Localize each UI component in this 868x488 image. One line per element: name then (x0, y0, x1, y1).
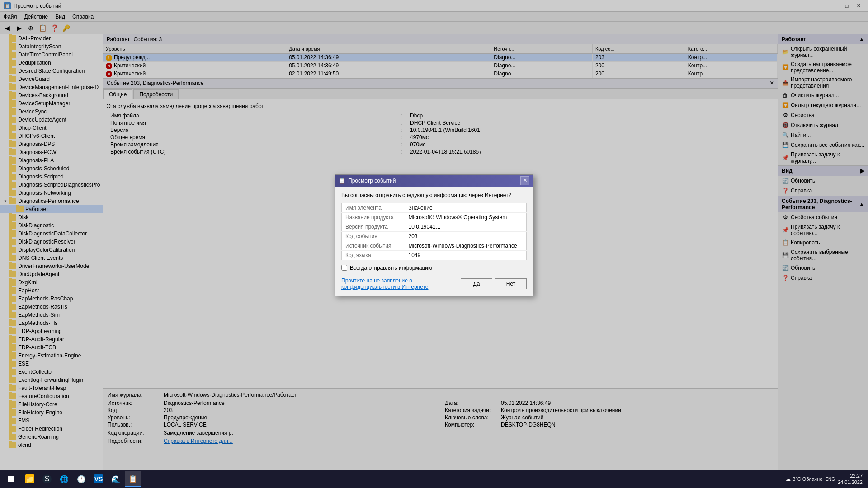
dialog-title-bar: 📋 Просмотр событий ✕ (335, 175, 533, 187)
taskbar-steam[interactable]: S (39, 471, 55, 487)
dialog: 📋 Просмотр событий ✕ Вы согласны отправи… (335, 174, 533, 296)
taskbar-file-explorer[interactable]: 📁 (22, 471, 38, 487)
dialog-product-ver-label: Версия продукта (342, 222, 405, 231)
vscode-icon: VS (94, 474, 103, 483)
taskbar-event-viewer[interactable]: 📋 (125, 471, 141, 487)
dialog-event-source-value: Microsoft-Windows-Diagnostics-Performanc… (405, 241, 527, 250)
dialog-event-code-value: 203 (405, 231, 527, 241)
dialog-event-code-label: Код события (342, 231, 405, 241)
lang-indicator[interactable]: ENG (825, 477, 835, 482)
dialog-product-name-value: Microsoft® Windows® Operating System (405, 212, 527, 222)
dialog-buttons: Прочтите наше заявление о конфиденциальн… (341, 276, 527, 290)
dialog-lang-code-label: Код языка (342, 250, 405, 260)
dialog-no-button[interactable]: Нет (495, 278, 527, 289)
always-send-checkbox[interactable] (341, 265, 347, 271)
always-send-label: Всегда отправлять информацию (350, 265, 432, 271)
dialog-info-table: Имя элемента Значение Название продукта … (341, 203, 527, 260)
dialog-product-name-label: Название продукта (342, 212, 405, 222)
dialog-btn-group: Да Нет (461, 278, 527, 289)
taskbar-vscode[interactable]: VS (90, 471, 107, 487)
taskbar-apps: 📁 S 🌐 🕐 VS 🌊 📋 (22, 471, 141, 487)
clock-display: 22:27 (838, 473, 863, 479)
steam-icon: S (42, 474, 52, 483)
dialog-question: Вы согласны отправить следующую информац… (341, 192, 527, 198)
dialog-checkbox-row: Всегда отправлять информацию (341, 265, 527, 271)
dialog-title-text: 📋 Просмотр событий (339, 178, 396, 184)
dialog-event-source-label: Источник события (342, 241, 405, 250)
file-explorer-icon: 📁 (25, 474, 34, 483)
weather-text: 3°C Облачно (793, 476, 822, 482)
dialog-info-row-event-source: Источник события Microsoft-Windows-Diagn… (342, 241, 527, 250)
dialog-info-row-product-name: Название продукта Microsoft® Windows® Op… (342, 212, 527, 222)
edge-icon: 🌊 (111, 474, 120, 483)
dialog-col-element: Имя элемента (342, 203, 405, 212)
dialog-title-label: Просмотр событий (348, 178, 396, 184)
dialog-body: Вы согласны отправить следующую информац… (335, 187, 533, 296)
dialog-info-row: Имя элемента Значение (342, 203, 527, 212)
dialog-info-row-event-code: Код события 203 (342, 231, 527, 241)
date-display: 24.01.2022 (838, 479, 863, 485)
weather-icon: ☁ (786, 476, 791, 482)
taskbar: 📁 S 🌐 🕐 VS 🌊 📋 ☁ 3°C Облачно EN (0, 470, 868, 488)
dialog-col-value: Значение (405, 203, 527, 212)
dialog-title-icon: 📋 (339, 178, 345, 184)
privacy-link[interactable]: Прочтите наше заявление о конфиденциальн… (341, 277, 461, 290)
clock-icon: 🕐 (77, 474, 86, 483)
event-viewer-icon: 📋 (128, 474, 137, 483)
windows-logo-icon (8, 476, 14, 482)
system-tray: ☁ 3°C Облачно ENG 22:27 24.01.2022 (786, 473, 866, 486)
dialog-product-ver-value: 10.0.19041.1 (405, 222, 527, 231)
dialog-overlay: 📋 Просмотр событий ✕ Вы согласны отправи… (0, 0, 868, 470)
system-time: 22:27 24.01.2022 (838, 473, 863, 486)
dialog-info-row-product-ver: Версия продукта 10.0.19041.1 (342, 222, 527, 231)
start-button[interactable] (2, 470, 20, 488)
chrome-icon: 🌐 (60, 474, 69, 483)
dialog-lang-code-value: 1049 (405, 250, 527, 260)
taskbar-edge[interactable]: 🌊 (108, 471, 124, 487)
taskbar-clock[interactable]: 🕐 (73, 471, 90, 487)
dialog-yes-button[interactable]: Да (461, 278, 492, 289)
taskbar-chrome[interactable]: 🌐 (56, 471, 72, 487)
dialog-close-button[interactable]: ✕ (520, 176, 529, 185)
weather-badge: ☁ 3°C Облачно (786, 476, 822, 482)
dialog-info-row-lang-code: Код языка 1049 (342, 250, 527, 260)
